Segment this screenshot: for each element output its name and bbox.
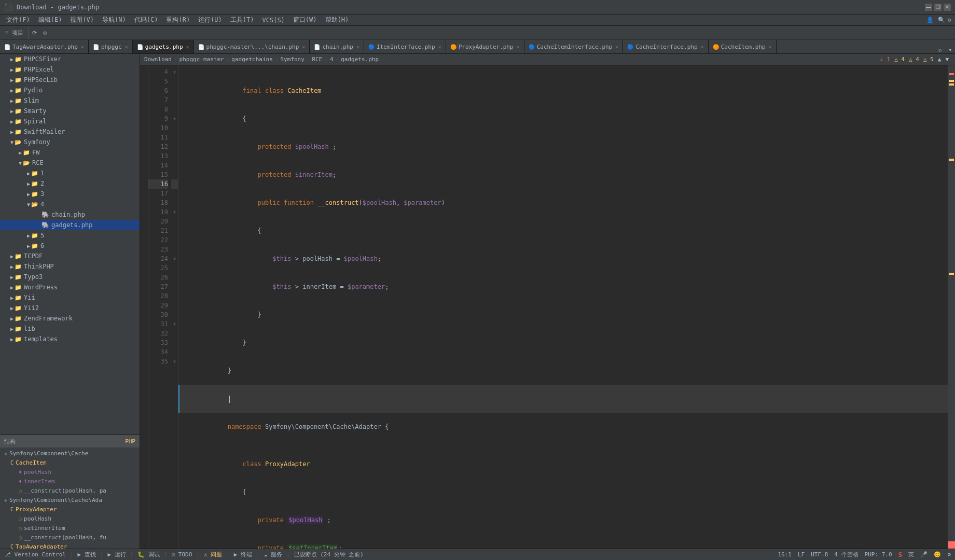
struct-item-proxyadapter[interactable]: C ProxyAdapter (0, 505, 140, 514)
status-todo[interactable]: ☑ TODO (172, 551, 192, 558)
search-everywhere-icon[interactable]: 🔍 (938, 17, 947, 23)
tab-close-cacheinterface[interactable]: ✕ (701, 44, 704, 50)
status-problems[interactable]: ⚠ 问题 (204, 551, 222, 558)
tree-item-1[interactable]: ▶ 📁 1 (0, 168, 140, 178)
tab-chain[interactable]: 📄 chain.php ✕ (310, 40, 364, 53)
fold-btn-23[interactable]: ▼ (171, 254, 178, 263)
status-encoding[interactable]: UTF-8 (811, 551, 828, 558)
status-search[interactable]: ▶ 查找 (78, 551, 96, 558)
tree-item-tcpdf[interactable]: ▶ 📁 TCPDF (0, 251, 140, 261)
tree-item-zend[interactable]: ▶ 📁 ZendFramework (0, 313, 140, 324)
tree-item-fw[interactable]: ▶ 📁 FW (0, 147, 140, 158)
tree-item-2[interactable]: ▶ 📁 2 (0, 178, 140, 189)
input-more[interactable]: ⚙ (947, 551, 951, 558)
breadcrumb-gadgetchains[interactable]: gadgetchains (231, 56, 272, 63)
tree-item-yii[interactable]: ▶ 📁 Yii (0, 292, 140, 303)
tree-item-templates[interactable]: ▶ 📁 templates (0, 334, 140, 344)
tab-cacheiteminterface[interactable]: 🔵 CacheItemInterface.php ✕ (524, 40, 624, 53)
struct-item-cacheitem[interactable]: C CacheItem (0, 458, 140, 467)
menu-help[interactable]: 帮助(H) (321, 15, 353, 26)
tab-close-cacheiteminterface[interactable]: ✕ (615, 44, 618, 50)
tab-close-iteminterface[interactable]: ✕ (438, 44, 441, 50)
tree-item-wordpress[interactable]: ▶ 📁 WordPress (0, 282, 140, 292)
struct-item-construct1[interactable]: ○ __construct(poolHash, pa (0, 486, 140, 495)
arrow-up[interactable]: ▲ (938, 56, 942, 63)
tab-close-cacheitem[interactable]: ✕ (769, 44, 772, 50)
tree-item-typo3[interactable]: ▶ 📁 Typo3 (0, 272, 140, 282)
tab-close-proxyadapter[interactable]: ✕ (517, 44, 520, 50)
tree-item-5[interactable]: ▶ 📁 5 (0, 230, 140, 241)
tab-close-chain[interactable]: ✕ (356, 44, 359, 50)
menu-vcs[interactable]: VCS(S) (258, 15, 289, 26)
menu-run[interactable]: 运行(U) (194, 15, 226, 26)
tree-item-phpseclib[interactable]: ▶ 📁 PHPSecLib (0, 75, 140, 85)
tab-cacheinterface[interactable]: 🔵 CacheInterface.php ✕ (623, 40, 708, 53)
menu-file[interactable]: 文件(F) (2, 15, 34, 26)
minimize-button[interactable]: — (925, 4, 932, 11)
tree-item-smarty[interactable]: ▶ 📁 Smarty (0, 106, 140, 116)
input-voice[interactable]: 🎤 (920, 551, 928, 558)
status-debug[interactable]: 🐛 调试 (137, 551, 160, 558)
input-emoji[interactable]: 😊 (934, 551, 941, 558)
breadcrumb-4[interactable]: 4 (330, 56, 334, 63)
struct-item-tagawareadapter[interactable]: C TagAwareAdapter (0, 542, 140, 549)
tab-close-gadgets[interactable]: ✕ (186, 44, 189, 50)
fold-btn-19[interactable]: ▼ (171, 207, 178, 217)
struct-item-setinneritem[interactable]: ○ setInnerItem (0, 523, 140, 533)
settings-icon[interactable]: ⚙ (947, 17, 953, 23)
struct-item-inneritem[interactable]: ♦ innerItem (0, 477, 140, 486)
tab-close-chain-master[interactable]: ✕ (302, 44, 305, 50)
status-lf[interactable]: LF (798, 551, 805, 558)
arrow-down[interactable]: ▼ (945, 56, 949, 63)
menu-refactor[interactable]: 重构(R) (162, 15, 194, 26)
code-editor[interactable]: final class CacheItem { protected $poolH… (178, 65, 948, 549)
tree-item-yii2[interactable]: ▶ 📁 Yii2 (0, 303, 140, 313)
breadcrumb-rce[interactable]: RCE (312, 56, 322, 63)
struct-item-poolhash[interactable]: ♦ poolHash (0, 467, 140, 477)
close-button[interactable]: ✕ (944, 4, 951, 11)
status-terminal[interactable]: ▶ 终端 (234, 551, 252, 558)
menu-edit[interactable]: 编辑(E) (34, 15, 66, 26)
status-vcs[interactable]: ⎇ Version Control (4, 551, 66, 558)
status-run[interactable]: ▶ 运行 (107, 551, 126, 558)
tree-item-spiral[interactable]: ▶ 📁 Spiral (0, 116, 140, 127)
tree-item-4[interactable]: ▼ 📂 4 (0, 199, 140, 209)
tree-item-rce[interactable]: ▼ 📂 RCE (0, 158, 140, 168)
struct-item-construct2[interactable]: ○ __construct(poolHash, fu (0, 533, 140, 542)
breadcrumb-gadgets[interactable]: gadgets.php (341, 56, 379, 63)
tree-item-phpcsfix[interactable]: ▶ 📁 PHPCSFixer (0, 54, 140, 64)
breadcrumb-phpggc[interactable]: phpggc-master (179, 56, 224, 63)
tree-item-thinkphp[interactable]: ▶ 📁 ThinkPHP (0, 261, 140, 272)
tab-menu[interactable]: ▾ (945, 47, 955, 53)
tree-item-chain-php[interactable]: 🐘 chain.php (0, 209, 140, 220)
tree-item-swiftmailer[interactable]: ▶ 📁 SwiftMailer (0, 127, 140, 137)
tree-item-phpexcel[interactable]: ▶ 📁 PHPExcel (0, 64, 140, 75)
struct-item-proxy-poolhash[interactable]: ○ poolHash (0, 514, 140, 523)
tree-item-gadgets-php[interactable]: 🐘 gadgets.php (0, 220, 140, 230)
tab-project[interactable]: ≡ 项目 (0, 26, 29, 39)
project-toolbar-sync[interactable]: ⟳ (29, 26, 40, 39)
tab-iteminterface[interactable]: 🔵 ItemInterface.php ✕ (364, 40, 446, 53)
breadcrumb-download[interactable]: Download (144, 56, 172, 63)
tree-item-6[interactable]: ▶ 📁 6 (0, 241, 140, 251)
tab-gadgets-active[interactable]: 📄 gadgets.php ✕ (133, 40, 194, 53)
breadcrumb-symfony[interactable]: Symfony (280, 56, 304, 63)
status-indent[interactable]: 4 个空格 (834, 551, 858, 558)
fold-btn-30[interactable]: ▼ (171, 319, 178, 329)
struct-item-cache-ns[interactable]: ◈ Symfony\Component\Cache (0, 449, 140, 458)
sougou-icon[interactable]: S (898, 551, 903, 558)
fold-btn-34[interactable]: ▼ (171, 357, 178, 366)
tree-item-3[interactable]: ▶ 📁 3 (0, 189, 140, 199)
tab-close-tagawareadapter[interactable]: ✕ (81, 44, 84, 50)
menu-navigate[interactable]: 导航(N) (98, 15, 130, 26)
tab-cacheitem[interactable]: 🟠 CacheItem.php ✕ (709, 40, 777, 53)
tab-chain-master[interactable]: 📄 phpggc-master\...\chain.php ✕ (194, 40, 310, 53)
fold-btn-5[interactable]: ▼ (171, 67, 178, 77)
tab-tagawareadapter[interactable]: 📄 TagAwareAdapter.php ✕ (0, 40, 89, 53)
maximize-button[interactable]: ❐ (934, 4, 942, 11)
user-icon[interactable]: 👤 (926, 17, 938, 23)
tab-proxyadapter[interactable]: 🟠 ProxyAdapter.php ✕ (446, 40, 524, 53)
tree-item-pydio[interactable]: ▶ 📁 Pydio (0, 85, 140, 95)
menu-tools[interactable]: 工具(T) (226, 15, 258, 26)
tab-phpggc[interactable]: 📄 phpggc ✕ (89, 40, 133, 53)
